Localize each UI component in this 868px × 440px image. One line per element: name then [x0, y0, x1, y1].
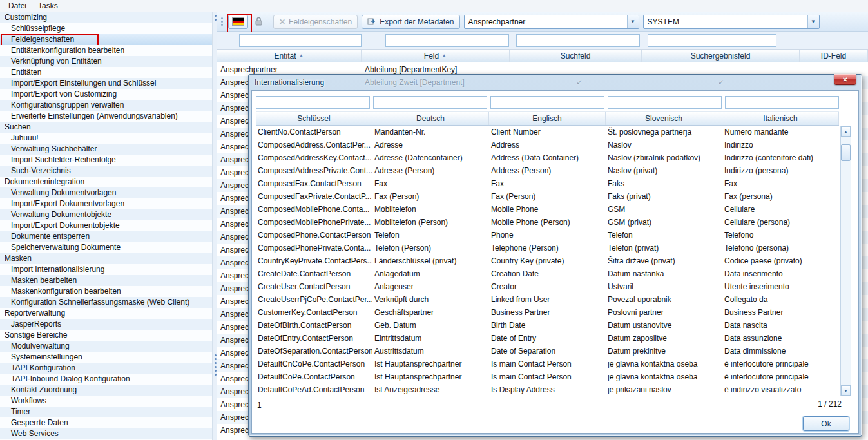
dialog-table-row[interactable]: CreateDate.ContactPersonAnlagedatumCreat…	[256, 267, 839, 280]
dialog-table-row[interactable]: CountryKeyPrivate.ContactPers...Ländersc…	[256, 254, 839, 267]
system-select[interactable]: SYSTEM ▼	[643, 15, 820, 29]
main-filter-input-3[interactable]	[648, 34, 776, 47]
ok-button[interactable]: Ok	[803, 416, 849, 431]
sidebar-item[interactable]: Verknüpfung von Entitäten	[0, 56, 212, 67]
dialog-table-row[interactable]: ComposedAddressPrivate.Cont...Adresse (P…	[256, 164, 839, 177]
main-column-header[interactable]: Suchergebnisfeld	[642, 50, 800, 62]
entity-select[interactable]: Ansprechpartner ▼	[464, 15, 639, 29]
dialog-table-row[interactable]: ComposedAddressKey.Contact...Adresse (Da…	[256, 151, 839, 164]
dialog-filter-input-2[interactable]	[490, 96, 604, 109]
scroll-up-button[interactable]: ▲	[841, 126, 851, 137]
dialog-table-row[interactable]: DefaultCnCoPe.ContactPersonIst Hauptansp…	[256, 358, 839, 370]
chevron-down-icon[interactable]: ▼	[807, 15, 819, 28]
dialog-filter-input-0[interactable]	[256, 96, 370, 109]
menu-item-datei[interactable]: Datei	[3, 1, 32, 11]
sidebar-item[interactable]: Verwaltung Dokumentvorlagen	[0, 187, 212, 198]
column-label: ID-Feld	[821, 52, 846, 61]
dialog-table-row[interactable]: ClientNo.ContactPersonMandanten-Nr.Clien…	[256, 126, 839, 139]
sidebar-item[interactable]: Entitäten	[0, 67, 212, 78]
dialog-column-header[interactable]: Italienisch	[722, 112, 839, 125]
dialog-table-row[interactable]: DefaultCoPeAd.ContactPersonIst Anzeigead…	[256, 383, 839, 396]
dialog-titlebar[interactable]: Internationalisierung Abteilung Zweit [D…	[249, 75, 862, 90]
dialog-column-header[interactable]: Schlüssel	[256, 112, 372, 125]
dialog-table-row[interactable]: ComposedFax.ContactPersonFaxFaxFaksFax	[256, 177, 839, 190]
dialog-table-row[interactable]: CreateUser.ContactPersonAnlageuserCreato…	[256, 280, 839, 293]
main-column-header[interactable]: ID-Feld	[800, 50, 868, 62]
sidebar-item[interactable]: Import Suchfelder-Reihenfolge	[0, 155, 212, 166]
main-filter-input-1[interactable]	[385, 34, 509, 47]
sidebar-item[interactable]: Kontakt Zuordnung	[0, 385, 212, 396]
sidebar-item[interactable]: Import/Export Dokumentvorlagen	[0, 198, 212, 209]
sidebar-item[interactable]: Dokumentenintegration	[0, 177, 212, 187]
sidebar-item[interactable]: Workflows	[0, 396, 212, 407]
sidebar-item[interactable]: Konfigurationsgruppen verwalten	[0, 100, 212, 111]
sidebar-item[interactable]: Sonstige Bereiche	[0, 330, 212, 341]
language-flag-button[interactable]	[228, 15, 248, 29]
dialog-table-row[interactable]: ComposedFaxPrivate.ContactP...Fax (Perso…	[256, 190, 839, 203]
dialog-table-row[interactable]: DateOfBirth.ContactPersonGeb. DatumBirth…	[256, 319, 839, 332]
dialog-column-header[interactable]: Slovenisch	[606, 112, 722, 125]
main-filter-input-0[interactable]	[239, 34, 362, 47]
sidebar-item[interactable]: Juhuuu!	[0, 133, 212, 144]
sidebar-item[interactable]: Import Internationalisierung	[0, 264, 212, 275]
sidebar-item[interactable]: Reportverwaltung	[0, 308, 212, 319]
sidebar-item[interactable]: Konfiguration Schnellerfassungsmaske (We…	[0, 297, 212, 308]
dialog-filter-input-1[interactable]	[373, 96, 487, 109]
sidebar-item[interactable]: Dokumente entsperren	[0, 231, 212, 242]
sidebar-item[interactable]: Customizing	[0, 12, 212, 23]
dialog-column-header[interactable]: Englisch	[489, 112, 606, 125]
dialog-table-row[interactable]: ComposedPhonePrivate.Conta...Telefon (Pe…	[256, 242, 839, 254]
dialog-table-row[interactable]: ComposedPhone.ContactPersonTelefonPhoneT…	[256, 229, 839, 242]
dialog-table-row[interactable]: DateOfSeparation.ContactPersonAustrittsd…	[256, 345, 839, 358]
dialog-table-row[interactable]: CreateUserrPjCoPe.ContactPer...Verknüpft…	[256, 293, 839, 306]
dialog-scrollbar[interactable]: ▲ ▼	[840, 126, 851, 396]
ok-label: Ok	[821, 419, 831, 428]
dialog-cell: Št. poslovnega partnerja	[606, 126, 722, 139]
sidebar-item[interactable]: Such-Verzeichnis	[0, 166, 212, 177]
dialog-table-row[interactable]: DateOfEntry.ContactPersonEintrittsdatumD…	[256, 332, 839, 345]
scrollbar-thumb[interactable]	[841, 144, 851, 161]
dialog-table-row[interactable]: DefaultCoPe.ContactPersonIst Hauptanspre…	[256, 370, 839, 383]
export-metadata-button[interactable]: Export der Metadaten	[362, 15, 459, 29]
sidebar-item[interactable]: Systemeinstellungen	[0, 352, 212, 363]
main-column-header[interactable]: Feld▲	[362, 50, 510, 62]
main-column-header[interactable]: Entität▲	[217, 50, 362, 62]
sidebar-item[interactable]: Schlüsselpflege	[0, 23, 212, 34]
sidebar-item[interactable]: Timer	[0, 407, 212, 417]
sidebar-item[interactable]: Masken	[0, 253, 212, 264]
sidebar-item[interactable]: Speicherverwaltung Dokumente	[0, 242, 212, 253]
dialog-close-button[interactable]: ✕	[834, 74, 856, 85]
sidebar-item[interactable]: Web Services	[0, 428, 212, 439]
sidebar-item[interactable]: TAPI Konfiguration	[0, 363, 212, 374]
sidebar-item[interactable]: Masken bearbeiten	[0, 275, 212, 286]
sidebar-splitter[interactable]	[213, 12, 217, 440]
scroll-down-button[interactable]: ▼	[841, 385, 851, 396]
sidebar-item[interactable]: Verwaltung Dokumentobjekte	[0, 209, 212, 220]
field-properties-button[interactable]: ✕ Feldeigenschaften	[273, 15, 358, 29]
main-column-header[interactable]: Suchfeld	[510, 50, 642, 62]
dialog-table-row[interactable]: CustomerKey.ContactPersonGeschäftspartne…	[256, 306, 839, 319]
sidebar-item[interactable]: Erweiterte Einstellungen (Anwendungsvari…	[0, 111, 212, 122]
dialog-filter-input-4[interactable]	[725, 96, 839, 109]
sidebar-item[interactable]: Gesperrte Daten	[0, 417, 212, 428]
menu-item-tasks[interactable]: Tasks	[32, 1, 64, 11]
sidebar-item[interactable]: Import/Export von Customizing	[0, 89, 212, 100]
sidebar-item[interactable]: Import/Export Einstellungen und Schlüsse…	[0, 78, 212, 89]
sidebar-item[interactable]: TAPI-Inbound Dialog Konfiguration	[0, 374, 212, 385]
sidebar-item[interactable]: Feldeigenschaften	[0, 34, 212, 45]
sidebar-item[interactable]: Modulverwaltung	[0, 341, 212, 352]
dialog-column-header[interactable]: Deutsch	[372, 112, 489, 125]
sidebar-item[interactable]: JasperReports	[0, 319, 212, 330]
dialog-table-row[interactable]: ComposedMobilePhonePrivate...Mobiltelefo…	[256, 216, 839, 229]
chevron-down-icon[interactable]: ▼	[627, 15, 639, 28]
lock-button[interactable]	[252, 15, 265, 29]
dialog-table-row[interactable]: ComposedMobilePhone.Conta...Mobiltelefon…	[256, 203, 839, 216]
sidebar-item[interactable]: Verwaltung Suchbehälter	[0, 144, 212, 155]
sidebar-item[interactable]: Suchen	[0, 122, 212, 133]
dialog-filter-input-3[interactable]	[608, 96, 722, 109]
main-filter-input-2[interactable]	[516, 34, 640, 47]
sidebar-item[interactable]: Maskenkonfiguration bearbeiten	[0, 286, 212, 297]
sidebar-item[interactable]: Entitätenkonfiguration bearbeiten	[0, 45, 212, 56]
sidebar-item[interactable]: Import/Export Dokumentobjekte	[0, 220, 212, 231]
dialog-table-row[interactable]: ComposedAddress.ContactPer...AdresseAddr…	[256, 139, 839, 151]
